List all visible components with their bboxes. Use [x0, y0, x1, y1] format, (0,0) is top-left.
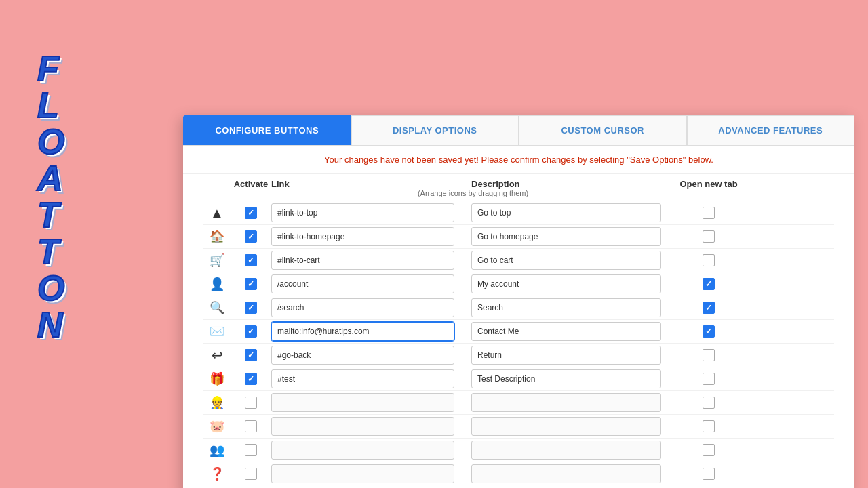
row-activate-4[interactable]: [231, 302, 271, 314]
newtab-checkbox-4[interactable]: [703, 302, 715, 314]
row-activate-3[interactable]: [231, 278, 271, 290]
link-input-7[interactable]: [271, 369, 454, 388]
newtab-checkbox-0[interactable]: [703, 207, 715, 219]
desc-input-4[interactable]: [471, 298, 661, 317]
activate-checkbox-1[interactable]: [245, 230, 257, 243]
tabs-container: CONFIGURE BUTTONS DISPLAY OPTIONS CUSTOM…: [183, 115, 854, 146]
col-arrange-sub: (Arrange icons by dragging them): [271, 189, 675, 197]
desc-input-11[interactable]: [471, 464, 661, 483]
row-newtab-cell-3[interactable]: [675, 278, 743, 290]
tab-advanced-features[interactable]: ADVANCED FEATURES: [687, 115, 855, 145]
row-newtab-cell-5[interactable]: [675, 325, 743, 338]
activate-checkbox-4[interactable]: [245, 302, 257, 314]
row-desc-cell-7: [471, 369, 675, 388]
link-input-1[interactable]: [271, 227, 454, 246]
link-input-9[interactable]: [271, 417, 454, 436]
link-input-8[interactable]: [271, 393, 454, 412]
row-newtab-cell-6[interactable]: [675, 349, 743, 361]
newtab-checkbox-2[interactable]: [703, 254, 715, 266]
logo-letter: T: [37, 197, 64, 232]
desc-input-0[interactable]: [471, 203, 661, 222]
row-newtab-cell-4[interactable]: [675, 302, 743, 314]
activate-checkbox-11[interactable]: [245, 468, 257, 480]
tab-display-options[interactable]: DISPLAY OPTIONS: [351, 115, 519, 145]
activate-checkbox-5[interactable]: [245, 325, 257, 338]
link-input-4[interactable]: [271, 298, 454, 317]
link-input-0[interactable]: [271, 203, 454, 222]
row-icon-cart: 🛒: [203, 253, 231, 268]
activate-checkbox-10[interactable]: [245, 444, 257, 456]
desc-input-10[interactable]: [471, 441, 661, 460]
link-input-2[interactable]: [271, 251, 454, 270]
activate-checkbox-2[interactable]: [245, 254, 257, 266]
row-link-cell-1: [271, 227, 471, 246]
row-newtab-cell-9[interactable]: [675, 420, 743, 432]
logo-letter: O: [37, 124, 64, 159]
newtab-checkbox-11[interactable]: [703, 468, 715, 480]
row-link-cell-0: [271, 203, 471, 222]
row-activate-7[interactable]: [231, 373, 271, 385]
link-input-10[interactable]: [271, 441, 454, 460]
row-desc-cell-11: [471, 464, 675, 483]
row-activate-8[interactable]: [231, 396, 271, 409]
row-desc-cell-10: [471, 441, 675, 460]
newtab-checkbox-10[interactable]: [703, 444, 715, 456]
table-row: 👤: [203, 272, 834, 296]
activate-checkbox-7[interactable]: [245, 373, 257, 385]
newtab-checkbox-7[interactable]: [703, 373, 715, 385]
desc-input-1[interactable]: [471, 227, 661, 246]
row-activate-5[interactable]: [231, 325, 271, 338]
desc-input-2[interactable]: [471, 251, 661, 270]
row-activate-2[interactable]: [231, 254, 271, 266]
link-input-6[interactable]: [271, 346, 454, 365]
row-icon-search: 🔍: [203, 300, 231, 315]
activate-checkbox-3[interactable]: [245, 278, 257, 290]
activate-checkbox-8[interactable]: [245, 396, 257, 409]
table-row: 🔍: [203, 296, 834, 320]
row-newtab-cell-10[interactable]: [675, 444, 743, 456]
desc-input-8[interactable]: [471, 393, 661, 412]
newtab-checkbox-3[interactable]: [703, 278, 715, 290]
row-activate-0[interactable]: [231, 207, 271, 219]
row-activate-6[interactable]: [231, 349, 271, 361]
link-input-5[interactable]: [271, 322, 454, 341]
row-link-cell-6: [271, 346, 471, 365]
table-row: ❓: [203, 462, 834, 485]
link-input-11[interactable]: [271, 464, 454, 483]
tab-configure-buttons[interactable]: CONFIGURE BUTTONS: [183, 115, 351, 145]
activate-checkbox-9[interactable]: [245, 420, 257, 432]
desc-input-9[interactable]: [471, 417, 661, 436]
table-row: 👥: [203, 439, 834, 462]
desc-input-3[interactable]: [471, 274, 661, 293]
table-row: 🛒: [203, 249, 834, 272]
warning-bar: Your changes have not been saved yet! Pl…: [183, 146, 854, 174]
activate-checkbox-0[interactable]: [245, 207, 257, 219]
row-activate-11[interactable]: [231, 468, 271, 480]
row-newtab-cell-11[interactable]: [675, 468, 743, 480]
table-row: 🐷: [203, 415, 834, 439]
link-input-3[interactable]: [271, 274, 454, 293]
tab-custom-cursor[interactable]: CUSTOM CURSOR: [519, 115, 687, 145]
row-newtab-cell-0[interactable]: [675, 207, 743, 219]
row-icon-home: 🏠: [203, 229, 231, 244]
row-icon-email: ✉️: [203, 324, 231, 339]
row-activate-9[interactable]: [231, 420, 271, 432]
row-activate-1[interactable]: [231, 230, 271, 243]
newtab-checkbox-5[interactable]: [703, 325, 715, 338]
row-newtab-cell-2[interactable]: [675, 254, 743, 266]
desc-input-5[interactable]: [471, 322, 661, 341]
row-link-cell-2: [271, 251, 471, 270]
newtab-checkbox-1[interactable]: [703, 230, 715, 243]
row-desc-cell-1: [471, 227, 675, 246]
row-newtab-cell-8[interactable]: [675, 396, 743, 409]
row-newtab-cell-1[interactable]: [675, 230, 743, 243]
activate-checkbox-6[interactable]: [245, 349, 257, 361]
newtab-checkbox-6[interactable]: [703, 349, 715, 361]
newtab-checkbox-8[interactable]: [703, 396, 715, 409]
newtab-checkbox-9[interactable]: [703, 420, 715, 432]
desc-input-6[interactable]: [471, 346, 661, 365]
row-newtab-cell-7[interactable]: [675, 373, 743, 385]
row-desc-cell-0: [471, 203, 675, 222]
desc-input-7[interactable]: [471, 369, 661, 388]
row-activate-10[interactable]: [231, 444, 271, 456]
